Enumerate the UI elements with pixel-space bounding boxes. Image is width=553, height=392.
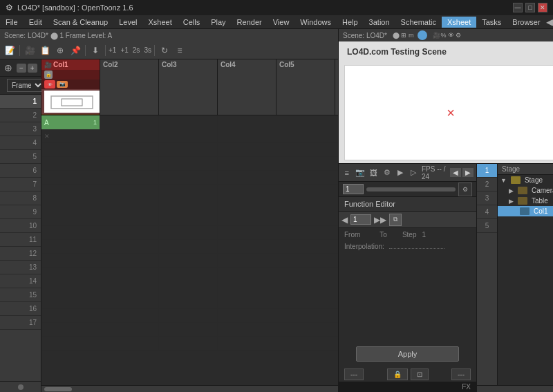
close-button[interactable]: ✕ — [538, 3, 547, 12]
camera-stand-icon[interactable]: 🎥 — [23, 44, 37, 57]
loop-icon[interactable]: ↻ — [158, 44, 171, 57]
col1-eye-icon[interactable]: 👁 — [44, 80, 55, 88]
cell-e[interactable] — [159, 226, 218, 240]
settings-icon[interactable]: ≡ — [173, 44, 187, 57]
cell-1-cc[interactable] — [335, 115, 338, 129]
cell-e[interactable] — [159, 309, 218, 323]
cell-e[interactable] — [100, 185, 159, 198]
cell-e[interactable] — [100, 226, 159, 240]
cell-e[interactable] — [276, 171, 335, 185]
cell-e[interactable] — [335, 212, 338, 226]
cell-e[interactable] — [41, 337, 100, 351]
cell-e[interactable] — [218, 143, 276, 157]
apply-button[interactable]: Apply — [356, 346, 460, 362]
frame-type-dropdown[interactable]: Frame — [7, 79, 44, 92]
cell-e[interactable] — [276, 268, 335, 281]
cell-e[interactable] — [276, 226, 335, 240]
menu-browser[interactable]: Browser — [507, 17, 545, 28]
cell-e[interactable] — [218, 337, 276, 351]
cell-e[interactable] — [41, 309, 100, 323]
cell-e[interactable] — [218, 240, 276, 254]
cell-e[interactable] — [100, 240, 159, 254]
cell-e[interactable] — [100, 212, 159, 226]
camera-icon[interactable]: 📷 — [355, 166, 365, 180]
cell-e[interactable] — [159, 337, 218, 351]
frame-num-1[interactable]: 1 — [0, 95, 41, 109]
cell-e[interactable] — [276, 295, 335, 309]
frame-num-4[interactable]: 4 — [0, 136, 41, 150]
hscrollbar-thumb[interactable] — [44, 387, 72, 391]
cell-2-2[interactable] — [100, 129, 159, 143]
small-frame-1[interactable]: 1 — [477, 164, 497, 178]
cell-e[interactable] — [218, 309, 276, 323]
next-frame-btn[interactable]: ▶ — [462, 168, 474, 177]
cell-e[interactable] — [218, 254, 276, 268]
frame-num-10[interactable]: 10 — [0, 219, 41, 233]
cell-e[interactable] — [100, 323, 159, 337]
col1-lock-icon[interactable]: 🔒 — [44, 71, 53, 79]
col1-cam-icon[interactable]: 📷 — [57, 81, 68, 88]
func-next-icon[interactable]: ▶▶ — [374, 215, 386, 225]
cell-2-cc[interactable] — [335, 129, 338, 143]
frame-num-3[interactable]: 3 — [0, 122, 41, 136]
preview-play-icon[interactable]: ▶ — [395, 166, 405, 180]
menu-windows[interactable]: Windows — [294, 17, 337, 28]
cell-e[interactable] — [335, 157, 338, 171]
func-prev-icon[interactable]: ◀ — [341, 215, 348, 225]
frame-num-6[interactable]: 6 — [0, 164, 41, 178]
add-frame-icon[interactable]: ⊕ — [1, 61, 15, 75]
menu-render[interactable]: Render — [232, 17, 268, 28]
prev-frame-btn[interactable]: ◀ — [450, 168, 461, 177]
frame-slider[interactable] — [366, 187, 456, 192]
menu-tasks[interactable]: Tasks — [476, 17, 507, 28]
hscrollbar[interactable] — [41, 385, 338, 392]
cell-e[interactable] — [41, 143, 100, 157]
collapse-icon[interactable]: ⬇ — [88, 44, 102, 57]
cell-1-5[interactable] — [276, 115, 335, 129]
cell-e[interactable] — [218, 212, 276, 226]
cell-e[interactable] — [100, 281, 159, 295]
stage-node-table[interactable]: ▶ Table — [498, 196, 553, 206]
cell-e[interactable] — [159, 171, 218, 185]
menu-schematic[interactable]: Schematic — [395, 17, 442, 28]
small-frame-3[interactable]: 3 — [477, 192, 497, 205]
cell-e[interactable] — [218, 157, 276, 171]
cell-e[interactable] — [218, 323, 276, 337]
menu-edit[interactable]: Edit — [24, 17, 48, 28]
cell-e[interactable] — [276, 198, 335, 212]
cell-e[interactable] — [159, 198, 218, 212]
cell-e[interactable] — [41, 281, 100, 295]
cell-e[interactable] — [335, 171, 338, 185]
func-dot-btn-4[interactable]: --- — [451, 368, 471, 380]
cell-e[interactable] — [100, 143, 159, 157]
cell-2-1[interactable]: ✕ — [41, 129, 100, 143]
nav-left-icon[interactable]: ◀ — [546, 15, 552, 29]
frame-num-11[interactable]: 11 — [0, 233, 41, 247]
cell-2-4[interactable] — [218, 129, 276, 143]
cell-e[interactable] — [276, 157, 335, 171]
menu-view[interactable]: View — [268, 17, 295, 28]
cell-e[interactable] — [335, 254, 338, 268]
frame-num-2[interactable]: 2 — [0, 109, 41, 122]
cell-e[interactable] — [218, 171, 276, 185]
frame-num-5[interactable]: 5 — [0, 150, 41, 164]
window-controls[interactable]: — □ ✕ — [513, 3, 547, 12]
cell-e[interactable] — [335, 323, 338, 337]
cell-e[interactable] — [218, 295, 276, 309]
func-dot-btn-3[interactable]: ⊡ — [411, 368, 429, 380]
memo-icon[interactable]: 📌 — [68, 44, 82, 57]
hamburger-icon[interactable]: ≡ — [341, 166, 352, 180]
cell-e[interactable] — [335, 295, 338, 309]
cell-e[interactable] — [159, 157, 218, 171]
cell-e[interactable] — [159, 254, 218, 268]
cell-e[interactable] — [276, 240, 335, 254]
cell-e[interactable] — [159, 281, 218, 295]
cell-e[interactable] — [276, 309, 335, 323]
cell-e[interactable] — [41, 240, 100, 254]
stage-node-stage[interactable]: ▼ Stage — [498, 175, 553, 185]
cell-e[interactable] — [100, 337, 159, 351]
frame-num-16[interactable]: 16 — [0, 302, 41, 316]
frame-num-15[interactable]: 15 — [0, 288, 41, 302]
cell-e[interactable] — [41, 295, 100, 309]
cell-e[interactable] — [41, 171, 100, 185]
